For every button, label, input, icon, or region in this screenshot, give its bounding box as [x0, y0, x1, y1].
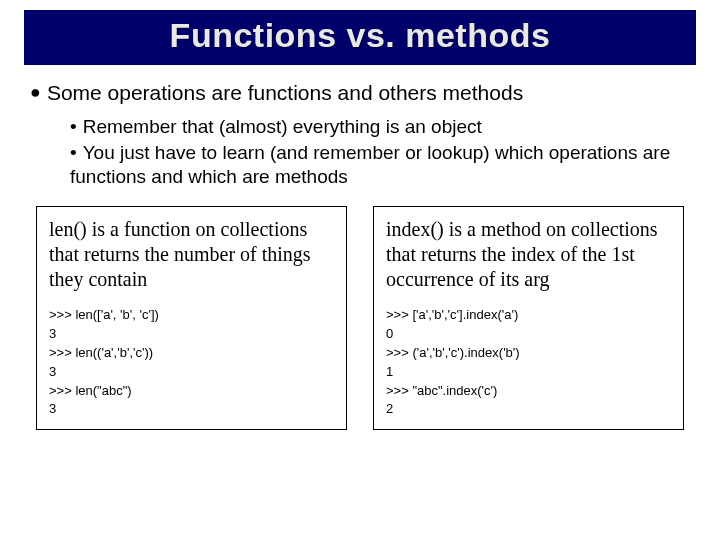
bullet-dot-icon: •: [70, 142, 77, 163]
example-box-left: len() is a function on collections that …: [36, 206, 347, 430]
main-bullet-text: Some operations are functions and others…: [47, 81, 523, 104]
example-columns: len() is a function on collections that …: [24, 206, 696, 430]
example-box-right: index() is a method on collections that …: [373, 206, 684, 430]
slide-title: Functions vs. methods: [24, 16, 696, 55]
example-heading: len() is a function on collections that …: [49, 217, 334, 292]
bullet-dot-icon: ●: [30, 82, 41, 102]
sub-bullet-item: •Remember that (almost) everything is an…: [70, 115, 672, 139]
sub-bullet-text: You just have to learn (and remember or …: [70, 142, 670, 187]
example-code: >>> ['a','b','c'].index('a') 0 >>> ('a',…: [386, 306, 671, 419]
main-bullet: ●Some operations are functions and other…: [30, 81, 696, 105]
sub-bullet-item: •You just have to learn (and remember or…: [70, 141, 672, 189]
example-code: >>> len(['a', 'b', 'c']) 3 >>> len(('a',…: [49, 306, 334, 419]
example-heading: index() is a method on collections that …: [386, 217, 671, 292]
sub-bullet-text: Remember that (almost) everything is an …: [83, 116, 482, 137]
bullet-dot-icon: •: [70, 116, 77, 137]
sub-bullet-list: •Remember that (almost) everything is an…: [70, 115, 672, 188]
title-bar: Functions vs. methods: [24, 10, 696, 65]
